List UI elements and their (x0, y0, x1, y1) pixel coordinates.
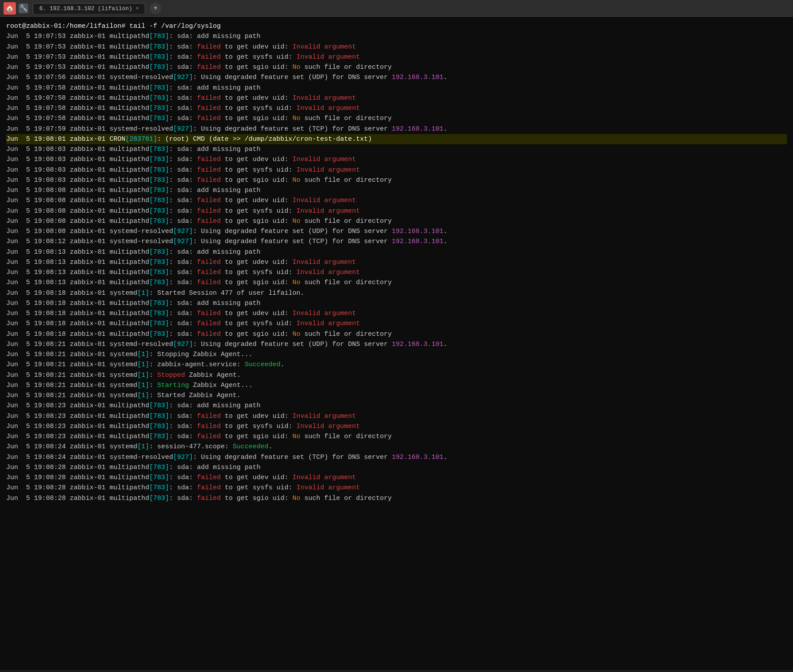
log-line-cron: Jun 5 19:08:01 zabbix-01 CRON[283761]: (… (6, 134, 787, 144)
log-line: Jun 5 19:08:08 zabbix-01 multipathd[783]… (6, 195, 787, 206)
titlebar: 🏠 🔧 6. 192.168.3.102 (lifailon) × + (0, 0, 793, 17)
log-line: Jun 5 19:08:21 zabbix-01 systemd[1]: Sta… (6, 390, 787, 401)
log-line: Jun 5 19:08:23 zabbix-01 multipathd[783]… (6, 401, 787, 411)
tab-label: 6. 192.168.3.102 (lifailon) (39, 5, 132, 12)
log-line: Jun 5 19:08:28 zabbix-01 multipathd[783]… (6, 483, 787, 493)
log-line: Jun 5 19:07:58 zabbix-01 multipathd[783]… (6, 103, 787, 113)
log-line-succeeded2: Jun 5 19:08:24 zabbix-01 systemd[1]: ses… (6, 442, 787, 452)
toolbar-button[interactable]: 🔧 (19, 4, 28, 13)
log-line: Jun 5 19:08:28 zabbix-01 multipathd[783]… (6, 462, 787, 473)
log-line: Jun 5 19:08:18 zabbix-01 multipathd[783]… (6, 308, 787, 319)
log-line: Jun 5 19:08:23 zabbix-01 multipathd[783]… (6, 411, 787, 421)
terminal-output: root@zabbix-01:/home/lifailon# tail -f /… (0, 17, 793, 670)
log-line: Jun 5 19:08:18 zabbix-01 multipathd[783]… (6, 298, 787, 308)
log-line: Jun 5 19:07:58 zabbix-01 multipathd[783]… (6, 83, 787, 93)
log-line: Jun 5 19:07:56 zabbix-01 systemd-resolve… (6, 72, 787, 83)
log-line: Jun 5 19:08:18 zabbix-01 systemd[1]: Sta… (6, 288, 787, 298)
prompt-line: root@zabbix-01:/home/lifailon# tail -f /… (6, 21, 787, 31)
log-line: Jun 5 19:08:28 zabbix-01 multipathd[783]… (6, 493, 787, 503)
log-line: Jun 5 19:08:08 zabbix-01 multipathd[783]… (6, 206, 787, 216)
log-line: Jun 5 19:07:58 zabbix-01 multipathd[783]… (6, 113, 787, 124)
log-line: Jun 5 19:08:24 zabbix-01 systemd-resolve… (6, 452, 787, 462)
log-line: Jun 5 19:08:08 zabbix-01 multipathd[783]… (6, 185, 787, 195)
log-line: Jun 5 19:07:53 zabbix-01 multipathd[783]… (6, 31, 787, 41)
log-line: Jun 5 19:08:23 zabbix-01 multipathd[783]… (6, 421, 787, 432)
log-line: Jun 5 19:08:03 zabbix-01 multipathd[783]… (6, 144, 787, 154)
log-line: Jun 5 19:08:08 zabbix-01 systemd-resolve… (6, 226, 787, 237)
log-line-stopped: Jun 5 19:08:21 zabbix-01 systemd[1]: Sto… (6, 370, 787, 380)
log-line-succeeded: Jun 5 19:08:21 zabbix-01 systemd[1]: zab… (6, 360, 787, 370)
terminal-tab[interactable]: 6. 192.168.3.102 (lifailon) × (33, 3, 145, 14)
log-line: Jun 5 19:08:13 zabbix-01 multipathd[783]… (6, 267, 787, 278)
log-line: Jun 5 19:08:21 zabbix-01 systemd-resolve… (6, 339, 787, 349)
tab-close-button[interactable]: × (136, 6, 139, 11)
log-line: Jun 5 19:08:18 zabbix-01 multipathd[783]… (6, 319, 787, 329)
log-line: Jun 5 19:08:03 zabbix-01 multipathd[783]… (6, 165, 787, 175)
log-line: Jun 5 19:07:53 zabbix-01 multipathd[783]… (6, 42, 787, 52)
log-line: Jun 5 19:07:53 zabbix-01 multipathd[783]… (6, 52, 787, 62)
log-line: Jun 5 19:07:58 zabbix-01 multipathd[783]… (6, 93, 787, 103)
log-line-starting: Jun 5 19:08:21 zabbix-01 systemd[1]: Sta… (6, 380, 787, 390)
log-line: Jun 5 19:08:13 zabbix-01 multipathd[783]… (6, 278, 787, 288)
log-line: Jun 5 19:08:28 zabbix-01 multipathd[783]… (6, 473, 787, 483)
log-line: Jun 5 19:08:08 zabbix-01 multipathd[783]… (6, 216, 787, 226)
new-tab-button[interactable]: + (150, 3, 161, 14)
log-line: Jun 5 19:08:23 zabbix-01 multipathd[783]… (6, 432, 787, 442)
log-line: Jun 5 19:07:53 zabbix-01 multipathd[783]… (6, 62, 787, 72)
log-line: Jun 5 19:08:13 zabbix-01 multipathd[783]… (6, 247, 787, 257)
app-icon: 🏠 (4, 2, 16, 15)
log-line: Jun 5 19:08:03 zabbix-01 multipathd[783]… (6, 154, 787, 165)
log-line: Jun 5 19:08:18 zabbix-01 multipathd[783]… (6, 329, 787, 339)
log-line: Jun 5 19:08:21 zabbix-01 systemd[1]: Sto… (6, 349, 787, 360)
log-line: Jun 5 19:08:12 zabbix-01 systemd-resolve… (6, 237, 787, 247)
log-line: Jun 5 19:08:13 zabbix-01 multipathd[783]… (6, 257, 787, 267)
log-line: Jun 5 19:08:03 zabbix-01 multipathd[783]… (6, 175, 787, 185)
log-line: Jun 5 19:07:59 zabbix-01 systemd-resolve… (6, 124, 787, 134)
